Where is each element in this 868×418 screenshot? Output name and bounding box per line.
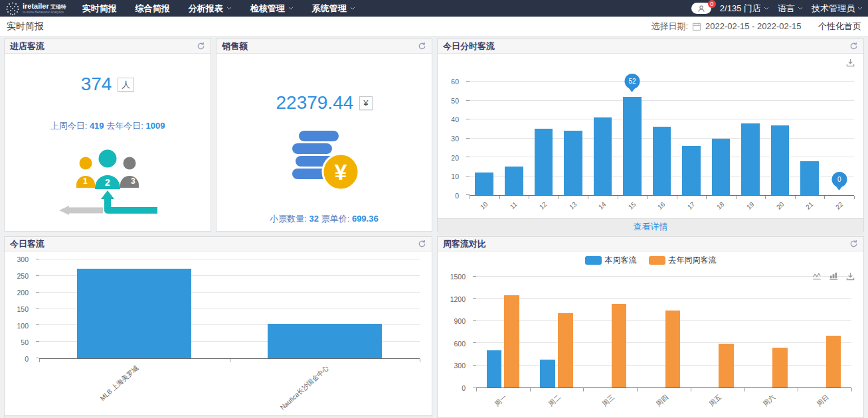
toolbar-right: 选择日期: 2022-02-15 - 2022-02-15 个性化首页 [651,21,861,33]
bar [682,146,701,195]
x-axis-tick-label: 周日 [815,393,831,409]
hourly-body: 0102030405060520101112131415161718192021… [438,54,863,235]
nav-item-realtime[interactable]: 实时简报 [73,0,126,17]
nav-item-audit[interactable]: 检核管理 [241,0,303,17]
refresh-button[interactable] [418,42,426,50]
brand-logo[interactable]: iretailer艾瑞特 In-store Behaviour Analytic… [5,1,66,16]
chevron-down-icon [350,7,355,10]
x-axis-tick-label: 20 [774,200,785,211]
y-axis-tick-label: 300 [454,362,466,370]
download-button[interactable] [845,271,855,281]
x-axis-tick-label: 17 [686,200,697,211]
line-chart-icon [812,271,822,281]
y-axis-tick-label: 250 [17,272,29,280]
user-role-menu[interactable]: 技术管理员 [812,3,863,15]
chevron-down-icon [798,7,803,10]
date-picker-label: 选择日期: [651,21,688,33]
nav-item-summary[interactable]: 综合简报 [126,0,179,17]
x-axis-tick-label: 12 [538,200,549,211]
x-axis-tick-label: 13 [568,200,578,211]
notification-badge: 0 [708,0,716,8]
card-today-traffic: 今日客流 050100150200250300MLB 上海美罗城Nautica长… [4,236,432,418]
refresh-icon [849,42,858,50]
card-title: 周客流对比 [443,238,486,250]
x-axis-tick-label: 18 [715,200,726,211]
bar [653,127,671,195]
bar [665,311,681,387]
bar [558,313,573,387]
grid-line [476,365,851,366]
y-axis-tick-label: 50 [451,97,459,105]
sales-amount: 22379.44 [276,92,353,113]
refresh-button[interactable] [418,240,426,248]
grid-line [470,81,854,82]
coins-icon: ¥ [287,129,361,193]
x-axis-tick-label: MLB 上海美罗城 [98,364,141,403]
personal-home-link[interactable]: 个性化首页 [818,21,861,33]
brand-text: iretailer艾瑞特 In-store Behaviour Analytic… [23,3,66,14]
brand-subtitle: In-store Behaviour Analytics [23,11,66,14]
weekly-compare-chart: 030060090012001500周一周二周三周四周五周六周日 [438,277,851,417]
x-axis-tick-label: Nautica长沙国金中心 [278,364,331,412]
top-navbar: iretailer艾瑞特 In-store Behaviour Analytic… [0,0,868,17]
card-header: 周客流对比 [438,237,863,251]
chart-legend: 本周客流 去年同周客流 [438,255,863,266]
refresh-icon [197,42,205,50]
bar [712,139,731,196]
bar [504,295,519,387]
switch-line-chart-button[interactable] [812,271,822,281]
card-title: 今日分时客流 [443,40,495,52]
sales-value-row: 22379.44 ¥ [276,92,372,113]
view-details-link[interactable]: 查看详情 [438,218,863,235]
y-axis-tick-label: 0 [25,355,29,363]
x-axis-tick-label: 周三 [600,393,616,409]
sales-body: 22379.44 ¥ ¥ 小票数量: 32 票单价: 699.36 [217,54,432,231]
refresh-button[interactable] [849,240,858,248]
svg-text:¥: ¥ [335,159,347,184]
x-axis-tick-label: 10 [479,200,489,211]
bar [771,125,790,195]
legend-item-this-week[interactable]: 本周客流 [585,255,637,266]
legend-item-last-year-week[interactable]: 去年同周客流 [649,255,717,266]
visitors-unit: 人 [118,78,134,92]
card-header: 今日客流 [5,237,432,251]
card-header: 进店客流 [5,39,211,54]
language-selector[interactable]: 语言 [778,3,803,15]
user-icon [697,5,705,13]
card-sales: 销售额 22379.44 ¥ [216,38,432,232]
bar [623,97,642,195]
chart-toolbox [812,271,855,281]
today-traffic-chart: 050100150200250300MLB 上海美罗城Nautica长沙国金中心 [5,259,420,415]
x-axis-tick-label: 周六 [761,393,777,409]
y-axis-tick-label: 200 [17,289,29,297]
bar [77,269,191,358]
y-axis-tick-label: 600 [454,340,466,348]
grid-line [476,276,851,277]
y-axis-tick-label: 20 [451,154,459,162]
date-range-input[interactable]: 2022-02-15 - 2022-02-15 [705,21,804,31]
card-store-visitors: 进店客流 374 人 上周今日: 419 去年今日: 1009 [4,38,211,232]
y-axis-tick-label: 40 [451,115,459,123]
main-nav: 实时简报 综合简报 分析报表 检核管理 系统管理 [73,0,365,17]
x-axis-tick-label: 14 [597,200,608,211]
chevron-down-icon [226,7,232,10]
view-details-link[interactable]: 查看详情 [5,415,432,418]
store-selector[interactable]: 2/135 门店 [720,3,769,15]
svg-text:3: 3 [131,176,135,186]
download-icon [845,271,855,281]
download-button[interactable] [845,58,855,68]
switch-bar-chart-button[interactable] [829,271,839,281]
y-axis-tick-label: 0 [462,384,466,392]
user-avatar[interactable]: 0 [691,3,711,14]
bar [564,131,582,195]
y-axis-tick-label: 1200 [450,295,466,303]
refresh-button[interactable] [197,42,205,50]
refresh-button[interactable] [849,42,858,50]
grid-line [39,259,420,259]
calendar-icon [692,22,701,31]
x-axis-tick-label: 15 [627,200,638,211]
card-title: 销售额 [222,40,248,52]
nav-item-reports[interactable]: 分析报表 [179,0,241,17]
nav-item-system[interactable]: 系统管理 [303,0,365,17]
card-title: 进店客流 [10,40,44,52]
